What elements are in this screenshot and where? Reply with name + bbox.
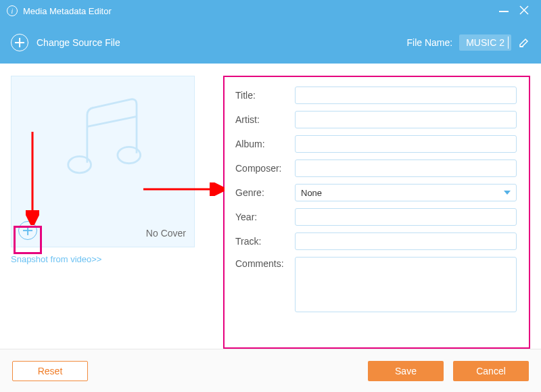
minimize-button[interactable] <box>494 6 514 16</box>
year-label: Year: <box>235 212 295 222</box>
reset-button[interactable]: Reset <box>12 361 88 381</box>
svg-point-4 <box>118 147 141 163</box>
svg-point-3 <box>68 156 91 172</box>
close-button[interactable] <box>514 5 534 17</box>
change-source-icon[interactable] <box>11 34 28 51</box>
toolbar: Change Source File File Name: MUSIC 2 <box>0 22 541 64</box>
comments-input[interactable] <box>295 257 517 312</box>
dropdown-caret-icon <box>504 191 511 195</box>
title-label: Title: <box>235 90 295 101</box>
composer-input[interactable] <box>295 160 517 177</box>
add-cover-button[interactable] <box>18 221 37 240</box>
edit-filename-icon[interactable] <box>518 36 530 49</box>
artist-label: Artist: <box>235 114 295 125</box>
track-label: Track: <box>235 236 295 247</box>
genre-label: Genre: <box>235 187 295 198</box>
album-label: Album: <box>235 139 295 149</box>
album-input[interactable] <box>295 135 517 153</box>
artist-input[interactable] <box>295 111 517 128</box>
genre-select[interactable]: None <box>295 184 517 201</box>
window-title: Media Metadata Editor <box>23 6 112 16</box>
filename-value[interactable]: MUSIC 2 <box>459 34 511 51</box>
genre-value: None <box>301 188 322 198</box>
composer-label: Composer: <box>235 163 295 174</box>
filename-label: File Name: <box>407 37 453 48</box>
info-icon: i <box>7 5 18 16</box>
no-cover-label: No Cover <box>146 228 186 239</box>
snapshot-from-video-link[interactable]: Snapshot from video>> <box>11 254 200 264</box>
comments-label: Comments: <box>235 257 295 269</box>
save-button[interactable]: Save <box>368 361 444 381</box>
music-note-icon <box>55 90 157 191</box>
track-input[interactable] <box>295 232 517 250</box>
title-input[interactable] <box>295 87 517 104</box>
year-input[interactable] <box>295 208 517 226</box>
cancel-button[interactable]: Cancel <box>453 361 529 381</box>
metadata-form: Title: Artist: Album: Composer: Genre: N… <box>223 76 530 349</box>
content-area: No Cover Snapshot from video>> Title: Ar… <box>0 64 541 349</box>
change-source-label[interactable]: Change Source File <box>37 37 120 48</box>
cover-panel: No Cover Snapshot from video>> <box>11 76 200 349</box>
footer: Reset Save Cancel <box>0 349 541 392</box>
cover-art-box: No Cover <box>11 76 195 247</box>
titlebar: i Media Metadata Editor <box>0 0 541 22</box>
